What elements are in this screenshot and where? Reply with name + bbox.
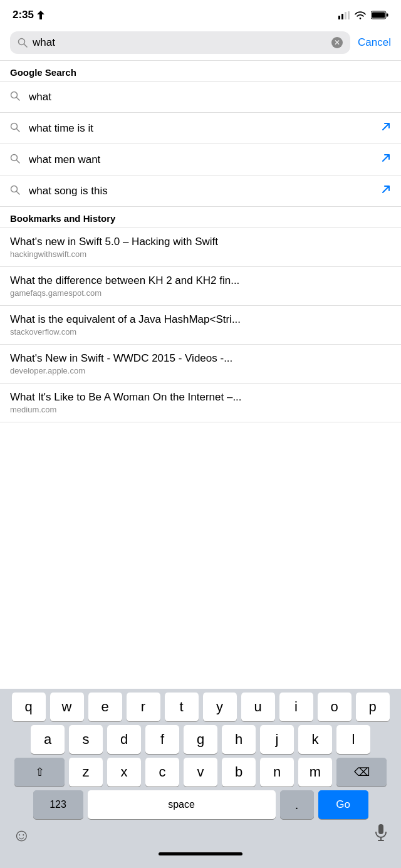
signal-icon	[338, 11, 350, 19]
cancel-button[interactable]: Cancel	[358, 36, 391, 49]
search-bar-icon	[18, 38, 28, 48]
svg-rect-6	[372, 13, 385, 18]
numbers-key[interactable]: 123	[33, 790, 83, 819]
key-a[interactable]: a	[31, 725, 65, 754]
key-h[interactable]: h	[222, 725, 256, 754]
history-url-2: stackoverflow.com	[10, 327, 391, 337]
history-item-4[interactable]: What It's Like to Be A Woman On the Inte…	[0, 384, 401, 422]
key-q[interactable]: q	[12, 693, 46, 721]
space-key[interactable]: space	[88, 790, 276, 819]
svg-rect-3	[348, 11, 350, 19]
svg-line-8	[24, 44, 28, 48]
keyboard-spacer	[0, 422, 401, 686]
suggestion-row-men[interactable]: what men want	[0, 144, 401, 175]
history-item-3[interactable]: What's New in Swift - WWDC 2015 - Videos…	[0, 345, 401, 383]
key-i[interactable]: i	[279, 693, 313, 721]
key-y[interactable]: y	[203, 693, 237, 721]
key-v[interactable]: v	[184, 758, 217, 787]
google-search-header: Google Search	[0, 61, 401, 81]
shift-key[interactable]: ⇧	[14, 758, 65, 787]
key-p[interactable]: p	[356, 693, 390, 721]
keyboard-row-3: ⇧ z x c v b n m ⌫	[0, 754, 401, 787]
bookmarks-header: Bookmarks and History	[0, 207, 401, 227]
history-title-1: What the difference between KH 2 and KH2…	[10, 275, 391, 287]
history-item-1[interactable]: What the difference between KH 2 and KH2…	[0, 267, 401, 305]
history-title-3: What's New in Swift - WWDC 2015 - Videos…	[10, 352, 391, 365]
keyboard-row-2: a s d f g h j k l	[0, 721, 401, 754]
wifi-icon	[355, 11, 366, 19]
search-icon-3	[10, 154, 20, 166]
suggestion-row-song[interactable]: what song is this	[0, 175, 401, 206]
keyboard: q w e r t y u i o p a s d f g h j k l ⇧ …	[0, 689, 401, 868]
status-bar: 2:35	[0, 0, 401, 26]
key-b[interactable]: b	[222, 758, 256, 787]
clear-button[interactable]: ✕	[331, 37, 343, 48]
svg-rect-0	[338, 16, 340, 19]
search-input[interactable]	[33, 36, 326, 49]
key-w[interactable]: w	[50, 693, 84, 721]
search-input-wrap[interactable]: ✕	[10, 31, 350, 54]
search-icon-1	[10, 91, 20, 103]
suggestion-text-1: what	[29, 91, 391, 103]
history-url-1: gamefaqs.gamespot.com	[10, 288, 391, 298]
key-x[interactable]: x	[107, 758, 141, 787]
home-indicator	[159, 852, 242, 855]
suggestion-text-3: what men want	[29, 154, 372, 166]
key-t[interactable]: t	[165, 693, 199, 721]
suggestion-row-time[interactable]: what time is it	[0, 113, 401, 144]
key-j[interactable]: j	[260, 725, 294, 754]
keyboard-bottom-row: ☺	[0, 819, 401, 849]
suggestion-row-what[interactable]: what	[0, 82, 401, 112]
search-bar-row: ✕ Cancel	[0, 26, 401, 60]
status-icons	[338, 11, 388, 19]
time-label: 2:35	[13, 9, 34, 21]
key-d[interactable]: d	[107, 725, 141, 754]
history-url-4: medium.com	[10, 405, 391, 414]
svg-rect-2	[345, 12, 346, 19]
history-title-4: What It's Like to Be A Woman On the Inte…	[10, 391, 391, 404]
key-r[interactable]: r	[127, 693, 160, 721]
history-url-3: developer.apple.com	[10, 366, 391, 375]
svg-line-10	[17, 98, 20, 101]
battery-icon	[371, 11, 388, 19]
search-icon-2	[10, 122, 20, 135]
arrow-icon-1	[381, 122, 391, 135]
key-m[interactable]: m	[298, 758, 332, 787]
key-g[interactable]: g	[184, 725, 217, 754]
svg-line-16	[17, 191, 20, 194]
history-title-2: What is the equivalent of a Java HashMap…	[10, 313, 391, 326]
svg-line-12	[17, 128, 20, 132]
emoji-icon[interactable]: ☺	[13, 825, 31, 845]
key-s[interactable]: s	[69, 725, 103, 754]
history-url-0: hackingwithswift.com	[10, 249, 391, 259]
arrow-icon-2	[381, 153, 391, 166]
svg-rect-1	[341, 14, 343, 19]
key-l[interactable]: l	[336, 725, 370, 754]
keyboard-row-4: 123 space . Go	[0, 787, 401, 819]
key-k[interactable]: k	[298, 725, 332, 754]
svg-rect-17	[378, 824, 383, 834]
arrow-icon-3	[381, 184, 391, 197]
svg-line-14	[17, 160, 20, 163]
key-u[interactable]: u	[241, 693, 275, 721]
key-z[interactable]: z	[69, 758, 103, 787]
suggestion-text-2: what time is it	[29, 122, 372, 135]
suggestion-text-4: what song is this	[29, 185, 372, 197]
period-key[interactable]: .	[280, 790, 314, 819]
key-c[interactable]: c	[145, 758, 179, 787]
keyboard-row-1: q w e r t y u i o p	[0, 689, 401, 721]
search-icon-4	[10, 185, 20, 197]
history-title-0: What's new in Swift 5.0 – Hacking with S…	[10, 236, 391, 248]
history-item-2[interactable]: What is the equivalent of a Java HashMap…	[0, 306, 401, 344]
key-o[interactable]: o	[318, 693, 352, 721]
location-icon	[37, 11, 44, 19]
key-n[interactable]: n	[260, 758, 294, 787]
svg-rect-5	[387, 14, 388, 17]
key-f[interactable]: f	[145, 725, 179, 754]
go-key[interactable]: Go	[318, 790, 368, 819]
backspace-key[interactable]: ⌫	[336, 758, 387, 787]
history-item-0[interactable]: What's new in Swift 5.0 – Hacking with S…	[0, 228, 401, 266]
key-e[interactable]: e	[88, 693, 122, 721]
mic-icon[interactable]	[373, 824, 388, 846]
status-time: 2:35	[13, 9, 44, 21]
